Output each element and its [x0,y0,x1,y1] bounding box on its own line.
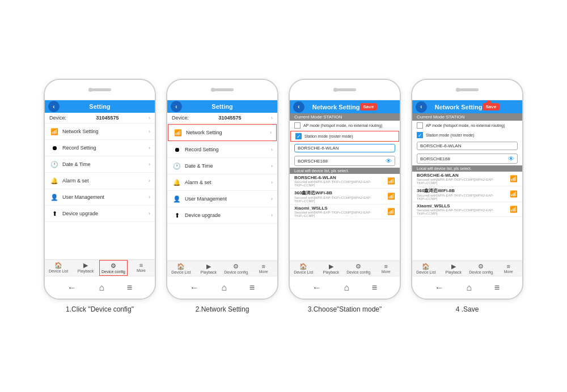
save-button-4[interactable]: Save [483,103,500,110]
checkbox-ap-label-4: AP mode (hotspot mode, no external routi… [426,123,505,127]
wifi-item-3-4[interactable]: Xiaomi_WSLLS Secured with[WPA-EAP-TKIP+C… [412,202,522,217]
input-ssid-4[interactable]: BORSCHE-6-WLAN [417,142,518,150]
checkbox-station-icon-3: ✓ [295,133,302,139]
wifi-signal-2-4: 📶 [510,190,518,198]
wifi-sec-2-4: Secured with[WPA-EAP-TKIP+CCMP][WPA2-EAP… [417,194,510,201]
tab-label-playback-3: Playback [323,270,339,274]
input-ssid-3[interactable]: BORSCHE-6-WLAN [294,144,395,152]
menu-text-upgrade-2: Device upgrade [185,212,271,218]
back-button-4[interactable]: ‹ [416,101,427,113]
device-chevron-2: › [271,115,273,121]
device-config-icon-2: ⚙ [233,263,239,270]
wifi-item-2-4[interactable]: 360鑫涛恣WiFi-8B Secured with[WPA-EAP-TKIP+… [412,186,522,202]
nav-menu-2[interactable]: ≡ [249,283,255,293]
nav-back-2[interactable]: ← [190,283,199,293]
tab-device-config-3[interactable]: ⚙ Device config [345,261,373,276]
menu-alarm-1[interactable]: 🔔 Alarm & set › [45,173,155,189]
tab-more-4[interactable]: ≡ More [495,261,523,276]
checkbox-ap-4[interactable]: AP mode (hotspot mode, no external routi… [412,121,522,130]
wifi-icon-1: 📶 [49,126,60,137]
input-password-value-3: BORSCHE168 [298,159,386,164]
tab-playback-2[interactable]: ▶ Playback [195,261,223,276]
wifi-item-3-3[interactable]: Xiaomi_WSLLS Secured with[WPA-EAP-TKIP+C… [290,204,400,219]
tab-device-list-3[interactable]: 🏠 Device List [290,261,318,276]
screen-4: ‹ Network Setting Save Current Mode:STAT… [412,100,522,276]
nav-home-4[interactable]: ⌂ [466,283,472,293]
tab-label-more-4: More [504,270,513,274]
wifi-icon-2: 📶 [173,127,183,138]
alarm-icon-2: 🔔 [172,177,182,188]
back-button-1[interactable]: ‹ [48,101,60,112]
nav-menu-1[interactable]: ≡ [127,283,132,293]
wifi-item-1-3[interactable]: BORSCHE-6-WLAN Secured with[WPA-EAP-TKIP… [290,174,400,189]
phone-col-3: ‹ Network Setting Save Current Mode:STAT… [289,79,401,313]
menu-network-2[interactable]: 📶 Network Setting › [168,124,277,141]
tab-playback-4[interactable]: ▶ Playback [440,261,468,276]
nav-back-1[interactable]: ← [67,283,77,293]
tab-device-list-4[interactable]: 🏠 Device List [412,261,440,276]
menu-network-1[interactable]: 📶 Network Setting › [45,123,155,140]
header-title-3: Network Setting [312,104,360,110]
nav-menu-3[interactable]: ≡ [372,283,377,293]
menu-datetime-1[interactable]: 🕐 Date & Time › [45,156,155,173]
tab-more-1[interactable]: ≡ More [128,260,155,276]
input-password-3[interactable]: BORSCHE168 👁 [294,156,395,166]
tab-more-3[interactable]: ≡ More [373,261,400,276]
save-btn-wrapper-4: Save [483,103,500,110]
input-ssid-value-3: BORSCHE-6-WLAN [298,146,392,151]
rec-icon-1: ⏺ [49,143,60,153]
alarm-icon-1: 🔔 [49,176,60,186]
eye-icon-4[interactable]: 👁 [508,155,514,162]
tab-label-playback-1: Playback [78,269,94,273]
menu-upgrade-2[interactable]: ⬆ Device upgrade › [167,207,277,224]
user-icon-2: 👤 [172,194,182,204]
tab-more-2[interactable]: ≡ More [250,261,278,276]
save-button-3[interactable]: Save [360,103,378,110]
phone-col-2: ‹ Setting Device: 31045575 › 📶 Network S… [166,79,278,313]
menu-user-1[interactable]: 👤 User Management › [45,189,155,206]
camera-icon-4 [456,88,460,92]
nav-menu-4[interactable]: ≡ [494,283,500,293]
tab-device-config-4[interactable]: ⚙ Device config [467,261,495,276]
nav-back-4[interactable]: ← [435,283,444,293]
menu-user-2[interactable]: 👤 User Management › [167,191,277,207]
tab-device-config-1[interactable]: ⚙ Device config [99,260,128,276]
menu-text-record-1: Record Setting [62,145,149,151]
phone-top-2 [167,80,277,100]
menu-alarm-2[interactable]: 🔔 Alarm & set › [167,174,277,191]
phone-bottom-2: ← ⌂ ≡ [167,276,277,299]
menu-record-1[interactable]: ⏺ Record Setting › [45,140,155,156]
checkbox-station-3[interactable]: ✓ Station mode (router mode) [290,131,399,142]
menu-upgrade-1[interactable]: ⬆ Device upgrade › [45,206,155,222]
wifi-signal-1-3: 📶 [387,177,395,185]
checkbox-station-4[interactable]: ✓ Station mode (router mode) [412,130,522,140]
nav-home-1[interactable]: ⌂ [99,283,104,293]
checkbox-ap-3[interactable]: AP mode (hotspot mode, no external routi… [290,121,400,130]
phone-col-4: ‹ Network Setting Save Current Mode:STAT… [411,79,523,313]
nav-home-3[interactable]: ⌂ [344,283,349,293]
wifi-signal-1-4: 📶 [510,175,518,182]
tab-playback-3[interactable]: ▶ Playback [318,261,345,276]
tab-device-config-2[interactable]: ⚙ Device config [222,261,250,276]
bottom-tabs-4: 🏠 Device List ▶ Playback ⚙ Device config [412,261,522,276]
bottom-tabs-1: 🏠 Device List ▶ Playback ⚙ Device config [45,259,155,276]
wifi-item-2-3[interactable]: 360鑫涛恣WiFi-8B Secured with[WPA-EAP-TKIP+… [290,189,400,204]
back-button-2[interactable]: ‹ [171,101,182,112]
eye-icon-3[interactable]: 👁 [386,157,392,164]
camera-icon-2 [211,88,215,92]
menu-datetime-2[interactable]: 🕐 Date & Time › [167,158,277,174]
input-ssid-value-4: BORSCHE-6-WLAN [420,143,514,148]
tab-playback-1[interactable]: ▶ Playback [72,260,99,276]
menu-record-2[interactable]: ⏺ Record Setting › [167,142,277,158]
checkbox-ap-label-3: AP mode (hotspot mode, no external routi… [303,123,383,127]
back-button-3[interactable]: ‹ [293,101,304,113]
nav-back-3[interactable]: ← [312,283,321,293]
tab-label-device-list-4: Device List [416,270,435,274]
tab-device-list-1[interactable]: 🏠 Device List [45,260,72,276]
tab-device-list-2[interactable]: 🏠 Device List [167,261,195,276]
tab-label-playback-4: Playback [446,270,462,274]
phone-label-2: 2.Network Setting [196,305,249,313]
nav-home-2[interactable]: ⌂ [221,283,227,293]
wifi-item-1-4[interactable]: BORSCHE-6-WLAN Secured with[WPA-EAP-TKIP… [412,172,522,186]
input-password-4[interactable]: BORSCHE168 👁 [417,154,518,164]
